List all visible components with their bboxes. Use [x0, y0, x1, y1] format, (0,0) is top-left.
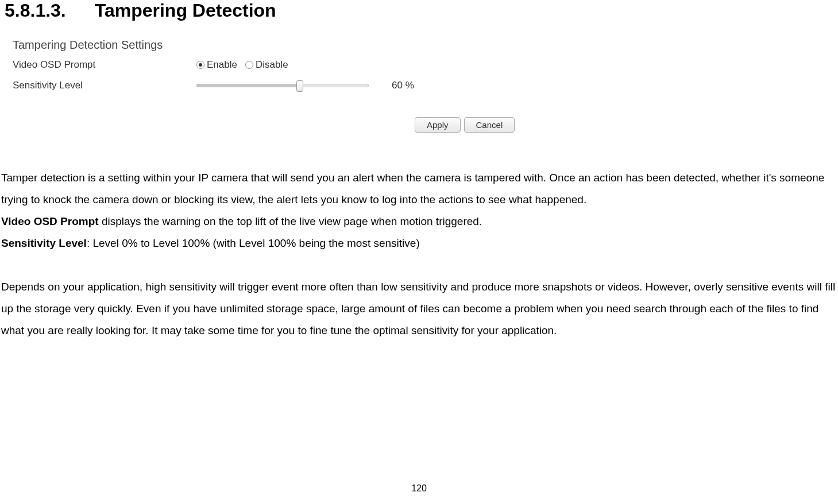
- radio-enable-wrap[interactable]: Enable: [196, 59, 237, 71]
- panel-title: Tampering Detection Settings: [13, 38, 838, 52]
- osd-desc: displays the warning on the top lift of …: [99, 215, 482, 227]
- setting-row-sensitivity: Sensitivity Level 60 %: [13, 77, 838, 94]
- paragraph-sensitivity: Sensitivity Level: Level 0% to Level 100…: [1, 232, 836, 254]
- section-title: Tampering Detection: [95, 0, 276, 21]
- sensitivity-term: Sensitivity Level: [1, 237, 87, 249]
- apply-button[interactable]: Apply: [415, 117, 461, 133]
- sensitivity-slider-wrap: 60 %: [196, 80, 414, 91]
- page-number: 120: [0, 483, 838, 494]
- osd-label: Video OSD Prompt: [13, 59, 196, 71]
- sensitivity-slider[interactable]: [196, 82, 369, 90]
- paragraph-osd: Video OSD Prompt displays the warning on…: [1, 211, 836, 232]
- setting-row-osd: Video OSD Prompt Enable Disable: [13, 56, 838, 73]
- sensitivity-desc: : Level 0% to Level 100% (with Level 100…: [87, 237, 420, 249]
- sensitivity-value: 60 %: [392, 80, 414, 91]
- button-row: Apply Cancel: [415, 117, 838, 133]
- section-heading: 5.8.1.3.Tampering Detection: [0, 0, 838, 21]
- body-text: Tamper detection is a setting within you…: [0, 167, 838, 342]
- paragraph-intro: Tamper detection is a setting within you…: [1, 167, 836, 211]
- slider-thumb[interactable]: [296, 80, 303, 92]
- cancel-button[interactable]: Cancel: [464, 117, 515, 133]
- sensitivity-label: Sensitivity Level: [13, 80, 196, 91]
- radio-enable[interactable]: [196, 61, 204, 69]
- radio-disable-wrap[interactable]: Disable: [245, 59, 288, 71]
- section-number: 5.8.1.3.: [5, 0, 66, 21]
- paragraph-depends: Depends on your application, high sensit…: [1, 276, 836, 342]
- osd-radio-group: Enable Disable: [196, 59, 294, 71]
- settings-panel: Tampering Detection Settings Video OSD P…: [13, 38, 838, 133]
- radio-disable-label: Disable: [256, 59, 288, 71]
- radio-disable[interactable]: [245, 61, 253, 69]
- radio-enable-label: Enable: [207, 59, 237, 71]
- osd-term: Video OSD Prompt: [1, 215, 99, 227]
- slider-fill: [196, 84, 300, 87]
